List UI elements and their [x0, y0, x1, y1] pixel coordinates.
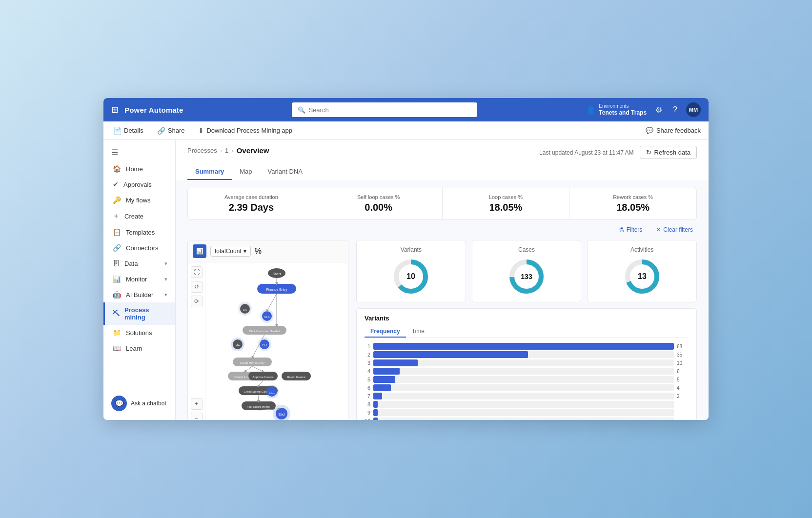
- sidebar-flows-label: My flows: [126, 197, 151, 204]
- breadcrumb-sep2: ›: [231, 147, 233, 154]
- sidebar-toggle[interactable]: ☰: [103, 144, 175, 161]
- bar-value: 35: [677, 352, 689, 358]
- svg-text:Start: Start: [273, 272, 282, 276]
- right-panel: Variants 10 Cases: [356, 240, 697, 420]
- bar-row[interactable]: 4 6: [365, 368, 689, 375]
- bar-fill: [373, 401, 378, 408]
- download-button[interactable]: ⬇ Download Process Mining app: [196, 127, 294, 135]
- details-button[interactable]: 📄 Details: [111, 127, 145, 135]
- filters-button[interactable]: ⚗ Filters: [615, 224, 647, 235]
- app-title: Power Automate: [124, 106, 183, 114]
- bar-row[interactable]: 7 2: [365, 393, 689, 399]
- process-panel-icon-btn[interactable]: 📊: [193, 244, 206, 258]
- bar-row[interactable]: 8: [365, 401, 689, 408]
- metric-self-loop-label: Self loop cases %: [323, 194, 434, 200]
- metric-avg-label: Average case duration: [196, 194, 307, 200]
- avatar[interactable]: MM: [686, 102, 701, 117]
- fullscreen-button[interactable]: ⛶: [191, 266, 203, 278]
- search-icon: 🔍: [298, 106, 305, 114]
- bar-row[interactable]: 9: [365, 409, 689, 416]
- share-feedback-label: Share feedback: [656, 127, 701, 134]
- cases-value: 133: [521, 273, 532, 280]
- refresh-map-button[interactable]: ↺: [191, 281, 203, 293]
- bar-value: 6: [677, 369, 689, 374]
- clear-filters-button[interactable]: ✕ Clear filters: [652, 224, 697, 235]
- sidebar-item-connectors[interactable]: 🔗 Connectors: [103, 240, 175, 256]
- sidebar-item-home[interactable]: 🏠 Home: [103, 161, 175, 177]
- svg-text:End: End: [279, 413, 285, 416]
- arrow-2: [267, 294, 277, 311]
- env-label: Environments: [599, 103, 647, 109]
- bar-num: 9: [365, 410, 370, 416]
- metrics-bar: Average case duration 2.39 Days Self loo…: [187, 188, 697, 219]
- breadcrumb-step[interactable]: 1: [225, 147, 228, 154]
- hamburger-icon: ☰: [111, 148, 118, 157]
- sidebar-item-monitor[interactable]: 📊 Monitor ▾: [103, 271, 175, 287]
- bar-track: [373, 393, 674, 399]
- details-label: Details: [124, 127, 143, 134]
- waffle-icon[interactable]: ⊞: [111, 104, 119, 115]
- process-map-panel: 📊 totalCount ▾ % ⛶ ↺ ⟳: [187, 240, 348, 420]
- sidebar-item-process-mining[interactable]: ⛏ Process mining: [103, 302, 175, 325]
- tab-variant-dna[interactable]: Variant DNA: [260, 164, 310, 180]
- bar-row[interactable]: 3 10: [365, 359, 689, 366]
- vtab-frequency[interactable]: Frequency: [365, 326, 406, 338]
- variants-panel: Variants Frequency Time 1 68 2 35: [356, 308, 697, 420]
- share-feedback-button[interactable]: 💬 Share feedback: [646, 127, 701, 134]
- share-button[interactable]: 🔗 Share: [155, 127, 187, 135]
- bar-row[interactable]: 1 68: [365, 343, 689, 350]
- search-input[interactable]: [308, 106, 471, 114]
- approvals-icon: ✔: [113, 180, 119, 188]
- bar-track: [373, 343, 674, 350]
- bar-num: 6: [365, 385, 370, 391]
- templates-icon: 📋: [113, 228, 121, 236]
- main-layout: ☰ 🏠 Home ✔ Approvals 🔑 My flows ＋ Create…: [103, 140, 709, 420]
- reset-map-button[interactable]: ⟳: [191, 296, 203, 307]
- sidebar-create-label: Create: [124, 213, 143, 220]
- tab-map[interactable]: Map: [232, 164, 260, 180]
- bar-row[interactable]: 5 5: [365, 376, 689, 383]
- sidebar-item-solutions[interactable]: 📁 Solutions: [103, 325, 175, 340]
- zoom-in-button[interactable]: +: [191, 398, 203, 410]
- tabs-row: Summary Map Variant DNA: [187, 164, 697, 180]
- bar-row[interactable]: 10: [365, 418, 689, 420]
- chatbot-button[interactable]: 💬 Ask a chatbot: [103, 391, 175, 416]
- vtab-time[interactable]: Time: [406, 326, 430, 338]
- sidebar-approvals-label: Approvals: [123, 181, 152, 188]
- sidebar-item-create[interactable]: ＋ Create: [103, 208, 175, 224]
- metric-rework: Rework cases % 18.05%: [569, 188, 696, 219]
- sidebar-item-data[interactable]: 🗄 Data ▾: [103, 256, 175, 271]
- content-header: Processes › 1 › Overview Last updated Au…: [176, 140, 709, 180]
- share-icon: 🔗: [157, 127, 165, 135]
- main-panels: 📊 totalCount ▾ % ⛶ ↺ ⟳: [176, 240, 709, 420]
- bar-row[interactable]: 2 35: [365, 351, 689, 358]
- svg-text:13.1: 13.1: [269, 391, 275, 394]
- bar-row[interactable]: 6 4: [365, 384, 689, 391]
- bar-chart: 1 68 2 35 3 10 4 6 5: [365, 343, 689, 420]
- bar-fill: [373, 384, 391, 391]
- stats-row: Variants 10 Cases: [356, 240, 697, 302]
- breadcrumb: Processes › 1 › Overview: [187, 146, 269, 155]
- arrow-6: [252, 366, 263, 372]
- tab-summary[interactable]: Summary: [187, 164, 232, 180]
- settings-icon[interactable]: ⚙: [653, 103, 664, 117]
- sidebar-item-approvals[interactable]: ✔ Approvals: [103, 177, 175, 192]
- bar-track: [373, 409, 674, 416]
- filter-row: ⚗ Filters ✕ Clear filters: [176, 224, 709, 240]
- cases-donut: 133: [507, 257, 546, 296]
- metric-avg-value: 2.39 Days: [196, 202, 307, 213]
- sidebar-item-learn[interactable]: 📖 Learn: [103, 340, 175, 356]
- refresh-data-button[interactable]: ↻ Refresh data: [640, 146, 697, 159]
- totalcount-dropdown[interactable]: totalCount ▾: [210, 246, 251, 257]
- metric-loop-value: 18.05%: [450, 202, 562, 213]
- environment-block[interactable]: 👤 Environments Tenets and Traps: [586, 103, 647, 117]
- zoom-out-button[interactable]: −: [191, 413, 203, 420]
- chatbot-icon: 💬: [111, 396, 127, 411]
- sidebar-learn-label: Learn: [126, 345, 142, 352]
- arrow-8: [258, 395, 259, 401]
- sidebar-item-my-flows[interactable]: 🔑 My flows: [103, 192, 175, 208]
- sidebar-item-ai-builder[interactable]: 🤖 AI Builder ▾: [103, 287, 175, 302]
- help-icon[interactable]: ?: [671, 103, 679, 116]
- sidebar-item-templates[interactable]: 📋 Templates: [103, 224, 175, 240]
- breadcrumb-processes[interactable]: Processes: [187, 147, 217, 154]
